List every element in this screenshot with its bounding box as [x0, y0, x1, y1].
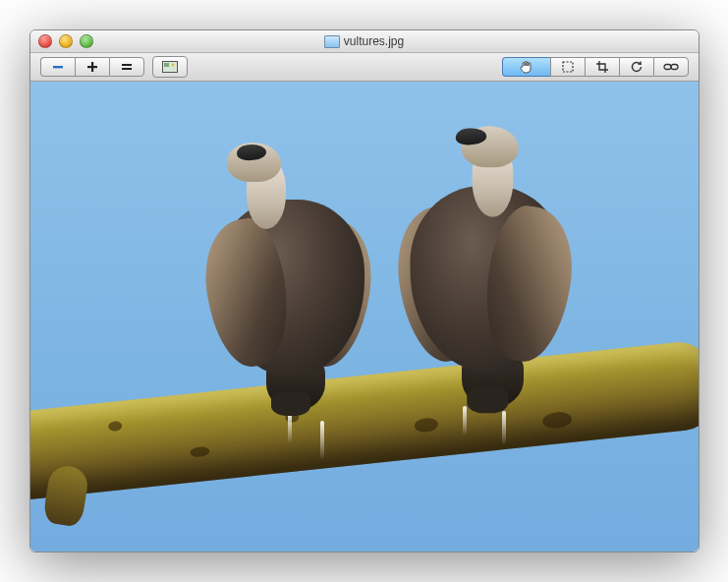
minimize-button[interactable]	[59, 34, 73, 48]
titlebar[interactable]: vultures.jpg	[30, 30, 699, 53]
zoom-segment	[40, 57, 144, 77]
marquee-icon	[561, 60, 575, 74]
file-type-icon	[324, 35, 340, 48]
zoom-button[interactable]	[80, 34, 93, 48]
svg-rect-2	[91, 62, 93, 72]
svg-rect-6	[164, 63, 169, 67]
marquee-tool-button[interactable]	[550, 57, 585, 77]
toolbar	[30, 53, 699, 82]
zoom-in-button[interactable]	[75, 57, 109, 77]
window-title-text: vultures.jpg	[344, 34, 404, 48]
equals-icon	[120, 60, 134, 74]
svg-rect-3	[122, 64, 132, 66]
hand-tool-button[interactable]	[502, 57, 550, 77]
svg-rect-0	[53, 66, 63, 68]
window-title: vultures.jpg	[30, 34, 699, 48]
zoom-fit-button[interactable]	[109, 57, 144, 77]
crop-icon	[595, 60, 609, 74]
displayed-image	[30, 82, 699, 552]
crop-tool-button[interactable]	[585, 57, 619, 77]
actual-size-button[interactable]	[152, 56, 188, 78]
image-viewer-window: vultures.jpg	[29, 29, 700, 553]
link-tool-button[interactable]	[653, 57, 689, 77]
rotate-tool-button[interactable]	[619, 57, 653, 77]
svg-rect-10	[671, 65, 678, 70]
hand-icon	[519, 60, 534, 74]
close-button[interactable]	[38, 34, 52, 48]
plus-icon	[85, 60, 99, 74]
minus-icon	[51, 60, 65, 74]
svg-rect-9	[664, 65, 671, 70]
tools-segment	[502, 57, 689, 77]
link-icon	[663, 62, 679, 72]
rotate-icon	[630, 60, 644, 74]
image-canvas[interactable]	[30, 82, 699, 552]
svg-rect-4	[122, 68, 132, 70]
window-controls	[30, 34, 93, 48]
zoom-out-button[interactable]	[40, 57, 75, 77]
actual-size-icon	[162, 61, 178, 73]
svg-point-7	[171, 64, 174, 67]
svg-rect-8	[563, 62, 573, 72]
